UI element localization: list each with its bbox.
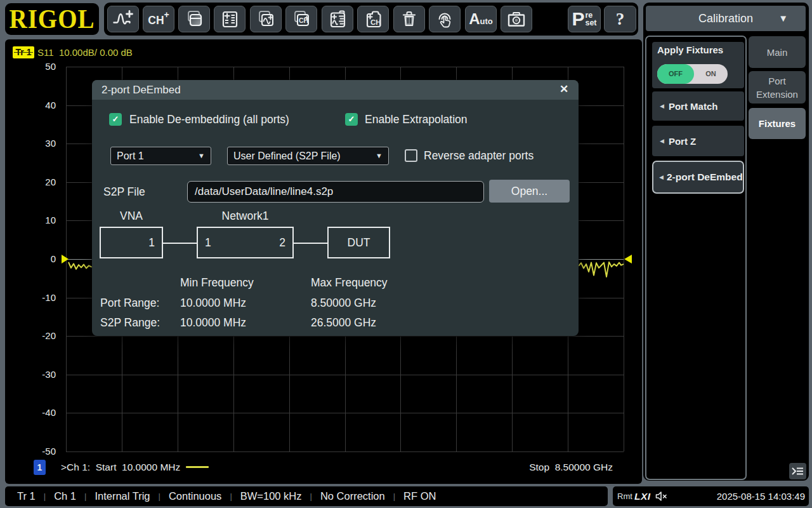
max-frequency-header: Max Frequency xyxy=(311,277,388,288)
enable-extrapolation-label: Enable Extrapolation xyxy=(365,113,468,126)
y-axis-tick-label: -40 xyxy=(11,407,56,418)
status-item: RF ON xyxy=(403,490,436,502)
port-select[interactable]: Port 1 ▼ xyxy=(110,147,211,165)
screenshot-button[interactable] xyxy=(501,6,532,32)
screenshot-icon xyxy=(506,9,527,29)
status-item: BW=100 kHz xyxy=(240,490,302,502)
type-select[interactable]: User Defined (S2P File) ▼ xyxy=(227,147,389,165)
copy-trace-button[interactable] xyxy=(250,6,282,32)
status-item: Tr 1 xyxy=(17,490,36,502)
add-trace-button[interactable] xyxy=(107,6,139,32)
enable-deembed-checkbox[interactable]: ✓ xyxy=(109,113,122,126)
port-select-arrow-icon: ▼ xyxy=(198,147,205,164)
save-trace-button[interactable] xyxy=(322,6,353,32)
channel-1-badge[interactable]: 1 xyxy=(34,460,46,475)
s2p-range-max: 26.5000 GHz xyxy=(311,318,376,328)
apply-fixtures-toggle[interactable]: OFF ON xyxy=(657,64,728,84)
add-window-button[interactable] xyxy=(214,6,246,32)
copy-channel-button[interactable]: CH xyxy=(285,6,317,32)
add-trace-icon xyxy=(112,9,134,29)
help-button[interactable]: ? xyxy=(604,6,636,32)
trace-color-dash xyxy=(186,466,209,468)
toggle-on-label[interactable]: ON xyxy=(694,64,728,84)
menu-panel: Calibration ▼ Apply Fixtures OFF ON ◀ Po… xyxy=(643,3,809,481)
remote-indicator: Rmt xyxy=(617,486,632,506)
y-axis-tick-label: 50 xyxy=(11,61,56,72)
type-select-value: User Defined (S2P File) xyxy=(233,150,341,161)
dialog-title-bar[interactable]: 2-port DeEmbed ✕ xyxy=(92,80,579,100)
start-frequency-label[interactable]: >Ch 1: Start 10.0000 MHz xyxy=(61,460,180,475)
network1-port-2: 2 xyxy=(279,228,285,257)
mute-icon[interactable] xyxy=(655,491,669,502)
ref-level-marker-right xyxy=(624,255,632,264)
copy-channel-icon: CH xyxy=(291,9,311,29)
enable-extrapolation-checkbox[interactable]: ✓ xyxy=(345,113,358,126)
stop-frequency-label[interactable]: Stop 8.50000 GHz xyxy=(529,460,613,475)
y-axis-tick-label: -10 xyxy=(11,292,56,304)
port-match-label: Port Match xyxy=(669,101,718,112)
menu-header[interactable]: Calibration ▼ xyxy=(646,6,806,31)
status-separator: | xyxy=(159,491,160,501)
port-match-arrow-icon: ◀ xyxy=(660,103,664,109)
y-axis-tick-label: 20 xyxy=(11,177,56,188)
type-select-arrow-icon: ▼ xyxy=(376,147,383,164)
s2p-range-label: S2P Range: xyxy=(100,318,160,328)
status-item: Continuous xyxy=(169,490,221,502)
toolbar: CH+ CH xyxy=(104,3,638,36)
status-item: No Correction xyxy=(320,490,385,502)
two-port-deembed-button[interactable]: ◀ 2-port DeEmbed xyxy=(652,161,744,194)
port-match-button[interactable]: ◀ Port Match xyxy=(652,91,744,121)
toggle-off-label[interactable]: OFF xyxy=(657,64,694,84)
tab-port-extension[interactable]: Port Extension xyxy=(749,71,806,104)
reverse-adapter-checkbox[interactable] xyxy=(405,149,417,162)
touch-button[interactable] xyxy=(429,6,461,32)
two-port-deembed-arrow-icon: ◀ xyxy=(659,174,664,180)
auto-scale-text-a: A xyxy=(469,10,480,27)
vna-box: 1 xyxy=(100,227,163,258)
y-axis-tick-label: -30 xyxy=(11,369,56,380)
connector-line-2 xyxy=(294,243,327,244)
trace-left-segment xyxy=(69,262,92,269)
y-axis-tick-label: -20 xyxy=(11,330,56,342)
y-axis-tick-label: 0 xyxy=(11,253,56,265)
dut-box: DUT xyxy=(327,227,390,258)
apply-fixtures-group: Apply Fixtures OFF ON xyxy=(652,42,744,88)
y-axis-tick-label: 30 xyxy=(11,138,56,149)
ref-level-marker-left xyxy=(62,255,69,264)
network1-port-1: 1 xyxy=(205,228,211,257)
port-z-button[interactable]: ◀ Port Z xyxy=(652,126,744,156)
status-item: Internal Trig xyxy=(95,490,150,502)
delete-button[interactable] xyxy=(393,6,425,32)
collapse-menu-button[interactable] xyxy=(789,463,806,479)
port-z-arrow-icon: ◀ xyxy=(660,138,664,144)
copy-trace-icon xyxy=(256,9,276,29)
status-separator: | xyxy=(230,491,232,501)
save-channel-button[interactable]: CH xyxy=(357,6,389,32)
save-channel-icon: CH xyxy=(362,9,384,29)
dialog-close-button[interactable]: ✕ xyxy=(557,80,571,100)
window-layout-icon xyxy=(184,9,204,29)
y-axis-tick-label: 40 xyxy=(11,100,56,111)
add-channel-plus: + xyxy=(164,10,169,20)
tab-main[interactable]: Main xyxy=(749,36,806,68)
datetime-label: 2025-08-15 14:03:49 xyxy=(717,486,805,506)
auto-scale-button[interactable]: Auto xyxy=(465,6,497,32)
add-channel-button[interactable]: CH+ xyxy=(143,6,174,32)
help-icon: ? xyxy=(616,10,625,29)
s2p-range-min: 10.0000 MHz xyxy=(180,318,246,328)
status-separator: | xyxy=(84,491,86,501)
status-bar: Tr 1|Ch 1|Internal Trig|Continuous|BW=10… xyxy=(5,486,608,506)
menu-header-dropdown-icon: ▼ xyxy=(778,6,788,31)
auto-scale-icon: Auto xyxy=(469,10,493,28)
dialog-title: 2-port DeEmbed xyxy=(102,80,181,100)
window-layout-button[interactable] xyxy=(178,6,210,32)
preset-text-p: P xyxy=(572,10,584,28)
status-separator: | xyxy=(310,491,312,501)
open-button[interactable]: Open... xyxy=(489,180,570,203)
port-range-max: 8.50000 GHz xyxy=(311,298,376,309)
tab-fixtures[interactable]: Fixtures xyxy=(749,108,806,139)
auto-scale-text-rest: uto xyxy=(480,17,493,26)
s2p-file-input[interactable]: /data/UserData/line/line4.s2p xyxy=(187,181,484,203)
preset-button[interactable]: P reset xyxy=(568,6,601,32)
rigol-logo: RIGOL xyxy=(5,3,99,35)
